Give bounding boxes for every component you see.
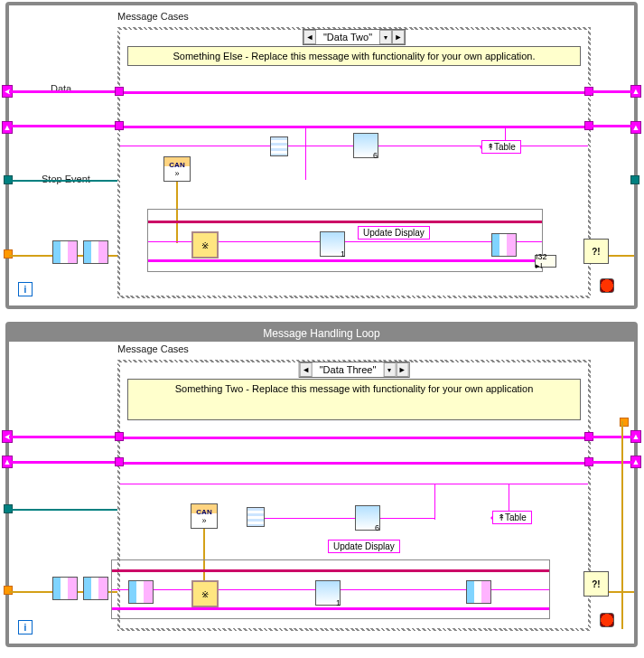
case-tunnel-bl2[interactable] xyxy=(115,457,124,466)
can-node-1[interactable]: CAN » xyxy=(163,156,191,182)
update-display-tag-2[interactable]: Update Display xyxy=(328,540,400,553)
wire-v-1 xyxy=(305,126,306,180)
wire-p2-teal xyxy=(9,509,117,511)
wire-p2-2 xyxy=(9,461,117,464)
case-next-arrow[interactable]: ► xyxy=(392,30,405,44)
wire-inner-b1 xyxy=(112,569,549,572)
case-selector-2[interactable]: ◄ "Data Three" ▾ ► xyxy=(299,362,410,378)
can-label: CAN xyxy=(169,161,184,169)
comment-box-2[interactable]: Something Two - Replace this message wit… xyxy=(127,379,581,420)
vi-label-6-2: 6 xyxy=(375,523,379,532)
wire-p2-1 xyxy=(9,436,117,438)
wire-c2-2 xyxy=(120,462,588,465)
loop-title-bar: Message Handling Loop xyxy=(9,325,634,342)
wire-pink-2 xyxy=(9,125,117,127)
bundle-node[interactable]: ※ xyxy=(191,231,219,258)
loop-stop-terminal-2[interactable] xyxy=(600,613,614,627)
table-tag-2[interactable]: ↟Table xyxy=(492,511,532,524)
flat-sequence-2[interactable]: ※ 1 xyxy=(111,559,550,619)
shift-register-right-2[interactable]: ▲ xyxy=(630,121,641,134)
comment-text-2: Something Two - Replace this message wit… xyxy=(175,383,534,394)
wire-case-2 xyxy=(120,126,588,128)
update-display-text: Update Display xyxy=(363,228,425,238)
case-dropdown-2[interactable]: ▾ xyxy=(383,362,396,377)
while-loop-bottom: Message Handling Loop ◄ ▲ ▲ ▲ i Message … xyxy=(5,322,638,647)
case-value-1: "Data Two" xyxy=(316,32,379,42)
case-label-2: Message Cases xyxy=(117,343,189,354)
vi-label-1: 1 xyxy=(341,249,345,258)
iter-label: i xyxy=(24,285,27,295)
case-tunnel-l1[interactable] xyxy=(115,87,124,96)
wire-tbl-2 xyxy=(265,518,364,519)
coerce-node[interactable]: I32 ▸I xyxy=(535,255,556,268)
unbundle-inner-b2[interactable] xyxy=(466,580,491,604)
update-display-tag[interactable]: Update Display xyxy=(358,226,430,240)
coerce-label: I32 ▸I xyxy=(536,252,555,270)
case-structure-1[interactable]: Message Cases ◄ "Data Two" ▾ ► Something… xyxy=(117,27,591,298)
case-tunnel-bl1[interactable] xyxy=(115,432,124,441)
vi-label-1-2: 1 xyxy=(336,598,341,607)
flat-sequence-1[interactable]: ※ 1 Update Display xyxy=(147,209,543,272)
unbundle-node-b2[interactable] xyxy=(83,577,108,600)
wire-v-tbl-2 xyxy=(434,484,435,520)
wire-c2-thin xyxy=(120,484,588,484)
error-vi-node[interactable]: ?! xyxy=(583,239,609,264)
case-value-2: "Data Three" xyxy=(313,364,384,375)
wire-teal-stop xyxy=(9,180,117,182)
case-label-1: Message Cases xyxy=(117,11,189,22)
table-tag[interactable]: ↟Table xyxy=(481,140,521,154)
case-next-arrow-2[interactable]: ► xyxy=(396,362,408,377)
wire-out-2 xyxy=(591,125,634,127)
unbundle-node-1[interactable] xyxy=(52,240,78,264)
wire-to-table-2 xyxy=(380,518,434,519)
case-dropdown-1[interactable]: ▾ xyxy=(379,30,392,44)
iteration-terminal: i xyxy=(18,282,33,296)
loop-stop-terminal[interactable] xyxy=(600,278,614,293)
wire-orange-right xyxy=(621,421,623,629)
tunnel-orange[interactable] xyxy=(4,249,13,258)
wire-inner-b2 xyxy=(112,607,549,610)
table-constant-icon-2[interactable] xyxy=(247,507,265,527)
loop-title-text: Message Handling Loop xyxy=(263,327,379,340)
wire-inner-2 xyxy=(148,259,542,262)
unbundle-node-b1[interactable] xyxy=(52,577,78,600)
case-selector-1[interactable]: ◄ "Data Two" ▾ ► xyxy=(303,29,406,45)
wire-pink-data xyxy=(9,90,117,93)
table-constant-icon[interactable] xyxy=(270,136,288,156)
error-vi-node-2[interactable]: ?! xyxy=(583,571,609,597)
wire-v-tag-2 xyxy=(509,484,509,511)
can-label-2: CAN xyxy=(196,508,211,516)
unbundle-node-2[interactable] xyxy=(83,240,108,264)
wire-out-1 xyxy=(591,90,634,93)
block-diagram-canvas: ◄ ▲ ▲ ▲ Data Stop Event i Message Cases … xyxy=(0,0,644,658)
vi-label-6: 6 xyxy=(373,151,378,160)
comment-text-1: Something Else - Replace this message wi… xyxy=(173,51,535,61)
case-tunnel-l2[interactable] xyxy=(115,121,124,130)
wire-c2-1 xyxy=(120,437,588,439)
bundle-node-2[interactable]: ※ xyxy=(191,580,219,607)
case-structure-2[interactable]: Message Cases ◄ "Data Three" ▾ ► Somethi… xyxy=(117,360,591,631)
wire-label-stop: Stop Event xyxy=(40,174,92,184)
unbundle-inner-b1[interactable] xyxy=(128,580,154,604)
iteration-terminal-2: i xyxy=(18,620,33,634)
can-node-2[interactable]: CAN » xyxy=(191,503,218,529)
table-tag-text-2: ↟Table xyxy=(498,512,527,522)
case-prev-arrow-2[interactable]: ◄ xyxy=(300,362,313,377)
comment-box-1[interactable]: Something Else - Replace this message wi… xyxy=(127,46,581,66)
shift-register-left-2[interactable]: ▲ xyxy=(2,121,13,134)
wire-out-b1 xyxy=(591,436,634,438)
wire-inner-1 xyxy=(148,221,542,223)
case-prev-arrow[interactable]: ◄ xyxy=(303,30,316,44)
wire-out-b2 xyxy=(591,461,634,464)
while-loop-top: ◄ ▲ ▲ ▲ Data Stop Event i Message Cases … xyxy=(5,2,638,309)
wire-case-data xyxy=(120,91,588,94)
table-tag-text: ↟Table xyxy=(487,142,516,152)
unbundle-inner[interactable] xyxy=(491,233,517,257)
tunnel-orange-b[interactable] xyxy=(4,586,13,595)
tunnel-teal-r[interactable] xyxy=(630,175,639,184)
update-display-text-2: Update Display xyxy=(333,541,395,551)
iter-label-2: i xyxy=(24,623,27,633)
